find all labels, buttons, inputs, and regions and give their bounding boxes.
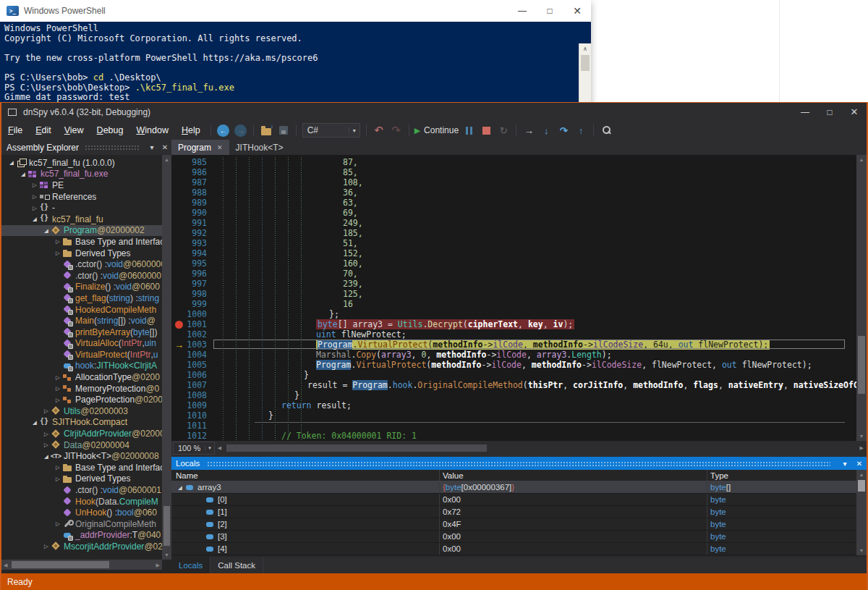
- open-file-button[interactable]: [258, 122, 275, 138]
- maximize-icon[interactable]: □: [536, 0, 563, 22]
- close-icon[interactable]: ✕: [852, 460, 867, 468]
- breakpoint-margin[interactable]: [171, 319, 187, 329]
- tree-item[interactable]: get_flag(string) : string: [1, 292, 162, 304]
- tree-item[interactable]: VirtualProtect(IntPtr, u: [1, 349, 162, 361]
- breakpoint-margin[interactable]: [171, 269, 187, 279]
- breakpoint-margin[interactable]: [171, 177, 187, 187]
- tree-item[interactable]: ▷PageProtection @0200: [1, 394, 162, 405]
- step-into-button[interactable]: ↓: [537, 122, 555, 138]
- breakpoint-margin[interactable]: [171, 299, 187, 309]
- powershell-titlebar[interactable]: >_ Windows PowerShell — □ ✕: [0, 0, 591, 22]
- tree-item[interactable]: ◢SJITHook.Compact: [1, 417, 162, 429]
- tree-scroll-thumb[interactable]: [163, 506, 170, 546]
- language-combo[interactable]: C# ▾: [302, 123, 360, 138]
- save-all-button[interactable]: [275, 122, 292, 138]
- locals-row[interactable]: [3]0x00byte: [171, 531, 856, 543]
- scroll-down-icon[interactable]: ▼: [162, 552, 171, 557]
- breakpoint-margin[interactable]: [171, 198, 187, 208]
- menu-edit[interactable]: Edit: [29, 125, 58, 135]
- tree-item[interactable]: printByteArray(byte[]): [1, 326, 162, 338]
- redo-button[interactable]: ↷: [388, 122, 405, 138]
- scroll-up-icon[interactable]: ▲: [856, 157, 867, 162]
- tree-expander-icon[interactable]: ▷: [42, 431, 51, 437]
- editor-hscroll-thumb[interactable]: [226, 444, 487, 452]
- tree-vertical-scrollbar[interactable]: ▲ ▼: [162, 155, 171, 560]
- tree-item[interactable]: ◢kc57_final_fu (1.0.0.0): [1, 157, 162, 169]
- continue-button[interactable]: ▶ Continue: [413, 122, 461, 138]
- tree-expander-icon[interactable]: ◢: [30, 419, 39, 426]
- tree-expander-icon[interactable]: ◢: [7, 159, 16, 166]
- break-all-button[interactable]: [460, 122, 477, 138]
- tree-expander-icon[interactable]: ▷: [54, 397, 62, 403]
- locals-vertical-scrollbar[interactable]: ▲ ▼: [856, 470, 867, 555]
- scroll-left-icon[interactable]: ◀: [4, 562, 7, 568]
- menu-window[interactable]: Window: [129, 125, 174, 135]
- editor-vertical-scrollbar[interactable]: ▲ ▼: [856, 155, 867, 441]
- navigate-forward-button[interactable]: →: [232, 122, 250, 138]
- breakpoint-margin[interactable]: [171, 167, 187, 177]
- tab-close-icon[interactable]: ✕: [217, 144, 223, 151]
- tree-item[interactable]: ▷Derived Types: [1, 248, 162, 259]
- tree-item[interactable]: ▷References: [1, 191, 162, 203]
- tree-expander-icon[interactable]: ▷: [54, 385, 62, 392]
- scroll-down-icon[interactable]: ▼: [856, 548, 867, 553]
- tree-item[interactable]: Finalize() : void @0600: [1, 282, 162, 293]
- menu-debug[interactable]: Debug: [90, 125, 130, 135]
- tree-item[interactable]: .ctor() : void @0600000: [1, 270, 162, 282]
- breakpoint-margin[interactable]: [171, 258, 187, 269]
- step-out-button[interactable]: ↑: [572, 122, 590, 138]
- close-icon[interactable]: ✕: [842, 103, 867, 121]
- menu-view[interactable]: View: [58, 125, 90, 135]
- scroll-left-icon[interactable]: ◀: [218, 445, 221, 451]
- breakpoint-icon[interactable]: [175, 321, 183, 329]
- tree-expander-icon[interactable]: ▷: [30, 193, 39, 200]
- tree-item[interactable]: ▷MscorjitAddrProvider @02: [1, 541, 162, 552]
- breakpoint-margin[interactable]: [171, 238, 187, 248]
- tree-expander-icon[interactable]: ▷: [54, 374, 62, 381]
- tree-expander-icon[interactable]: ▷: [54, 464, 62, 471]
- breakpoint-margin[interactable]: [171, 390, 187, 400]
- minimize-icon[interactable]: —: [509, 0, 536, 22]
- stop-debugging-button[interactable]: [477, 122, 495, 138]
- show-next-statement-button[interactable]: →: [520, 122, 537, 138]
- locals-scroll-thumb[interactable]: [858, 480, 865, 492]
- tree-item[interactable]: ◢kc57_final_fu.exe: [1, 169, 162, 180]
- ps-scrollbar[interactable]: ∧: [579, 43, 591, 105]
- tree-item[interactable]: ◢kc57_final_fu: [1, 214, 162, 225]
- tree-expander-icon[interactable]: ▷: [54, 521, 62, 527]
- scroll-right-icon[interactable]: ▶: [860, 445, 864, 451]
- tree-item[interactable]: ▷AllocationType @0200: [1, 371, 162, 383]
- scroll-up-icon[interactable]: ▲: [856, 472, 867, 477]
- tree-item[interactable]: HookedCompileMeth: [1, 304, 162, 316]
- tree-item[interactable]: .ctor() : void @0600001: [1, 484, 162, 496]
- tree-expander-icon[interactable]: ▷: [54, 238, 62, 245]
- tree-item[interactable]: ◢Program @02000002: [1, 225, 162, 237]
- maximize-icon[interactable]: □: [817, 103, 842, 121]
- tree-expander-icon[interactable]: ▷: [42, 442, 51, 448]
- tree-expander-icon[interactable]: ▷: [30, 205, 39, 211]
- tree-item[interactable]: ▷PE: [1, 180, 162, 191]
- scroll-up-icon[interactable]: ∧: [579, 43, 591, 54]
- locals-row[interactable]: [4]0x00byte: [171, 543, 856, 555]
- powershell-console[interactable]: Windows PowerShellCopyright (C) Microsof…: [0, 22, 591, 105]
- breakpoint-margin[interactable]: [171, 309, 187, 319]
- locals-row[interactable]: [2]0x4Fbyte: [171, 518, 856, 531]
- scroll-up-icon[interactable]: ▲: [162, 157, 171, 162]
- breakpoint-margin[interactable]: [171, 400, 187, 410]
- row-expander-icon[interactable]: ◢: [176, 484, 184, 491]
- breakpoint-margin[interactable]: [171, 228, 187, 238]
- breakpoint-margin[interactable]: [171, 410, 187, 421]
- tree-item[interactable]: ▷Base Type and Interfac: [1, 462, 162, 473]
- tree-item[interactable]: ▷Base Type and Interfac: [1, 236, 162, 248]
- breakpoint-margin[interactable]: [171, 421, 187, 431]
- tree-expander-icon[interactable]: ▷: [42, 543, 51, 549]
- restart-button[interactable]: ↻: [495, 122, 512, 138]
- tree-item[interactable]: Hook(Data.CompileM: [1, 496, 162, 507]
- close-icon[interactable]: ✕: [158, 143, 171, 151]
- close-icon[interactable]: ✕: [563, 0, 591, 22]
- undo-button[interactable]: ↶: [370, 122, 388, 138]
- search-button[interactable]: [597, 122, 615, 138]
- tree-item[interactable]: Main(string[]) : void @: [1, 315, 162, 326]
- tree-item[interactable]: ▷OriginalCompileMeth: [1, 518, 162, 530]
- tab-call-stack[interactable]: Call Stack: [210, 557, 263, 573]
